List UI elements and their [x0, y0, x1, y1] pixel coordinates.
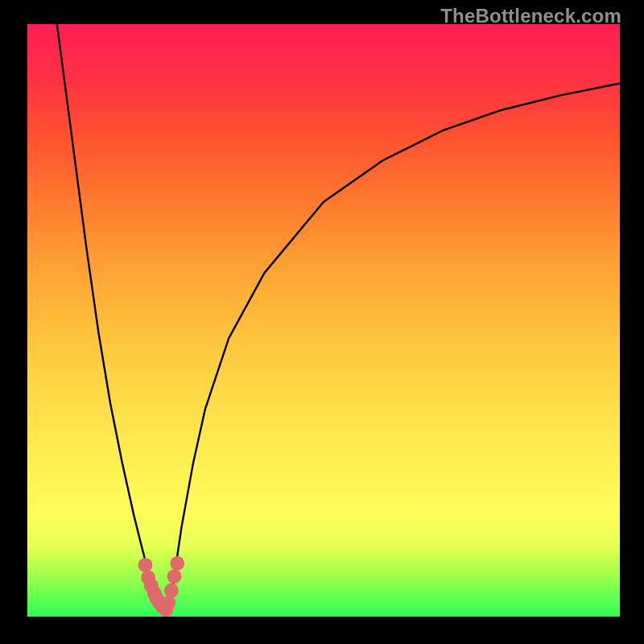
- chart-svg: [27, 24, 620, 617]
- valley-marker: [170, 556, 184, 571]
- valley-marker: [138, 558, 152, 572]
- valley-markers: [138, 556, 184, 617]
- bottleneck-curve: [57, 24, 620, 609]
- valley-marker: [161, 596, 175, 610]
- outer-frame: TheBottleneck.com: [0, 0, 644, 644]
- plot-area: [27, 24, 620, 617]
- valley-marker: [167, 569, 182, 584]
- valley-marker: [164, 584, 179, 598]
